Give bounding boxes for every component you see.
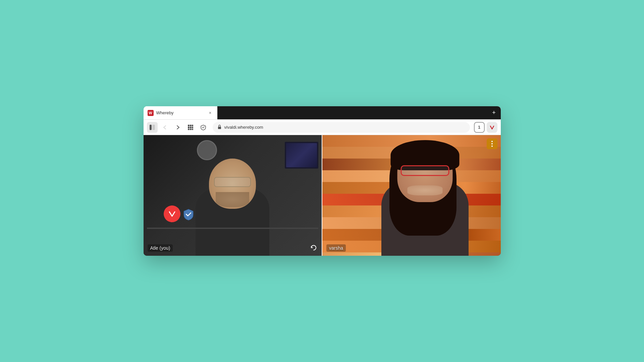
address-text: vivaldi.whereby.com: [224, 125, 465, 130]
camera-flip-button[interactable]: [309, 243, 318, 252]
toolbar-right: 1: [474, 122, 497, 133]
head-left: [209, 159, 256, 209]
beard-left: [216, 192, 249, 207]
video-area: Atle (you): [144, 135, 501, 256]
apps-button[interactable]: [185, 122, 196, 133]
tab-favicon: W: [148, 110, 154, 116]
svg-rect-0: [150, 125, 152, 130]
monitor-screen: [286, 143, 317, 167]
video-tile-right: varsha: [322, 135, 501, 256]
participant-label-right: varsha: [326, 244, 346, 252]
forward-button[interactable]: [172, 122, 183, 133]
head-right: [397, 143, 452, 202]
svg-rect-10: [192, 129, 193, 130]
vivaldi-logo-icon: [489, 124, 495, 131]
tab-bar-spacer: [217, 106, 487, 119]
person-right-figure: [358, 135, 492, 256]
svg-rect-8: [188, 129, 190, 130]
toolbar: vivaldi.whereby.com 1: [144, 120, 501, 135]
tab-count-badge[interactable]: 1: [474, 122, 485, 133]
svg-rect-5: [188, 127, 190, 128]
svg-rect-1: [152, 125, 155, 130]
svg-rect-11: [218, 127, 221, 129]
svg-point-12: [489, 124, 495, 130]
video-bg-right: [322, 135, 501, 256]
sidebar-toggle-icon: [149, 124, 155, 130]
person-left-figure: [175, 142, 289, 256]
tab-bar: W Whereby × +: [144, 106, 501, 120]
shield-button[interactable]: [198, 122, 209, 133]
glasses-right: [400, 165, 449, 176]
menu-dot-3: [491, 145, 493, 147]
video-bg-left: [144, 135, 322, 256]
svg-rect-4: [192, 125, 193, 126]
tab-close-button[interactable]: ×: [207, 110, 213, 116]
new-tab-button[interactable]: +: [487, 106, 501, 119]
forward-icon: [175, 124, 181, 130]
svg-rect-3: [190, 125, 192, 126]
browser-window: W Whereby × +: [144, 106, 501, 256]
svg-rect-6: [190, 127, 192, 128]
back-icon: [162, 124, 168, 130]
video-tile-left: Atle (you): [144, 135, 323, 256]
vivaldi-menu-button[interactable]: [487, 122, 497, 133]
camera-flip-icon: [310, 244, 317, 251]
address-bar[interactable]: vivaldi.whereby.com: [213, 122, 470, 133]
more-options-button[interactable]: [487, 138, 497, 149]
tab-title: Whereby: [156, 110, 205, 115]
menu-dot-1: [491, 141, 493, 142]
glasses-left: [214, 177, 251, 187]
shelf-decoration: [147, 228, 319, 229]
shield-icon: [200, 124, 206, 130]
apps-grid-icon: [187, 124, 194, 130]
smile-right: [407, 185, 442, 195]
menu-dot-2: [491, 143, 493, 144]
participant-label-left: Atle (you): [148, 244, 173, 252]
sidebar-toggle-button[interactable]: [147, 122, 158, 133]
monitor-decoration: [285, 142, 318, 169]
active-tab[interactable]: W Whereby ×: [144, 106, 217, 119]
lock-icon: [217, 125, 222, 130]
svg-rect-2: [188, 125, 190, 126]
back-button[interactable]: [160, 122, 170, 133]
svg-rect-9: [190, 129, 192, 130]
svg-rect-7: [192, 127, 193, 128]
